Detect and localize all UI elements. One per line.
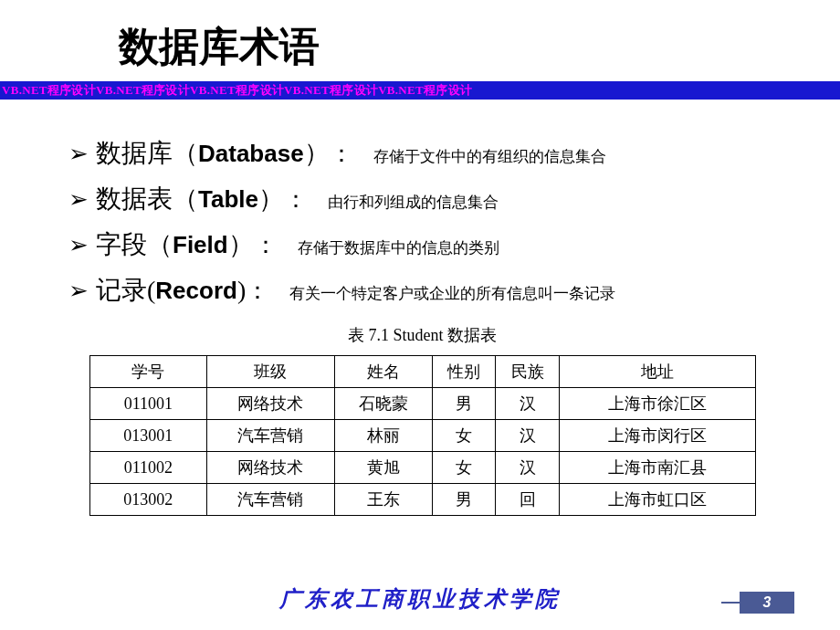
header-id: 学号 bbox=[89, 356, 207, 388]
bullet-field: ➢ 字段（Field）： 存储于数据库中的信息的类别 bbox=[68, 227, 776, 262]
cell-id: 013001 bbox=[89, 420, 207, 452]
header-name: 姓名 bbox=[334, 356, 432, 388]
term-desc: 存储于数据库中的信息的类别 bbox=[298, 239, 499, 257]
paren-open: （ bbox=[147, 230, 173, 258]
content-area: ➢ 数据库（Database）： 存储于文件中的有组织的信息集合 ➢ 数据表（T… bbox=[0, 100, 840, 516]
banner-text: VB.NET程序设计VB.NET程序设计VB.NET程序设计VB.NET程序设计… bbox=[0, 82, 472, 99]
cell-ethnic: 汉 bbox=[496, 420, 560, 452]
table-header-row: 学号 班级 姓名 性别 民族 地址 bbox=[89, 356, 755, 388]
term-cn: 数据表 bbox=[96, 184, 173, 213]
bullet-table: ➢ 数据表（Table）： 由行和列组成的信息集合 bbox=[68, 182, 776, 216]
slide-title: 数据库术语 bbox=[0, 0, 840, 74]
cell-name: 石晓蒙 bbox=[334, 388, 432, 420]
cell-id: 011002 bbox=[89, 452, 207, 484]
cell-ethnic: 汉 bbox=[496, 388, 560, 420]
paren-open: （ bbox=[173, 139, 198, 167]
term-en: Field bbox=[173, 231, 228, 258]
cell-name: 黄旭 bbox=[334, 452, 432, 484]
header-class: 班级 bbox=[207, 356, 334, 388]
cell-addr: 上海市南汇县 bbox=[560, 452, 755, 484]
term-desc: 有关一个特定客户或企业的所有信息叫一条记录 bbox=[289, 285, 615, 302]
term-en: Table bbox=[198, 185, 258, 213]
term-en: Database bbox=[198, 140, 304, 167]
table-row: 011002 网络技术 黄旭 女 汉 上海市南汇县 bbox=[89, 452, 755, 484]
term-cn: 字段 bbox=[96, 230, 147, 258]
term-cn: 数据库 bbox=[96, 139, 173, 167]
footer: 广东农工商职业技术学院 3 bbox=[0, 584, 840, 614]
bullet-arrow-icon: ➢ bbox=[68, 185, 89, 214]
term-cn: 记录 bbox=[96, 276, 147, 304]
term-colon: ： bbox=[330, 141, 353, 167]
cell-gender: 男 bbox=[432, 388, 496, 420]
term-colon: ： bbox=[246, 278, 269, 304]
cell-name: 王东 bbox=[334, 484, 432, 516]
cell-ethnic: 汉 bbox=[496, 452, 560, 484]
cell-addr: 上海市虹口区 bbox=[560, 484, 755, 516]
cell-gender: 女 bbox=[432, 452, 496, 484]
bullet-record: ➢ 记录(Record)： 有关一个特定客户或企业的所有信息叫一条记录 bbox=[68, 273, 776, 308]
header-gender: 性别 bbox=[432, 356, 496, 388]
page-number-box: 3 bbox=[740, 592, 794, 614]
bullet-arrow-icon: ➢ bbox=[68, 277, 89, 305]
header-addr: 地址 bbox=[560, 356, 755, 388]
cell-class: 汽车营销 bbox=[207, 420, 334, 452]
cell-class: 网络技术 bbox=[207, 452, 334, 484]
bullet-arrow-icon: ➢ bbox=[68, 231, 89, 259]
term-en: Record bbox=[155, 277, 237, 304]
term-desc: 存储于文件中的有组织的信息集合 bbox=[373, 148, 606, 165]
table-row: 013002 汽车营销 王东 男 回 上海市虹口区 bbox=[89, 484, 755, 516]
cell-name: 林丽 bbox=[334, 420, 432, 452]
cell-class: 汽车营销 bbox=[207, 484, 334, 516]
term-colon: ： bbox=[254, 232, 278, 258]
cell-gender: 男 bbox=[432, 484, 496, 516]
page-number: 3 bbox=[763, 594, 772, 611]
footer-line bbox=[721, 602, 740, 604]
term-colon: ： bbox=[284, 186, 308, 213]
paren-open: ( bbox=[147, 276, 155, 304]
paren-close: ） bbox=[228, 230, 254, 258]
banner-bar: VB.NET程序设计VB.NET程序设计VB.NET程序设计VB.NET程序设计… bbox=[0, 81, 840, 100]
paren-close: ） bbox=[258, 184, 284, 213]
institution-name: 广东农工商职业技术学院 bbox=[0, 584, 840, 614]
paren-close: ) bbox=[237, 276, 246, 304]
cell-id: 013002 bbox=[89, 484, 207, 516]
header-ethnic: 民族 bbox=[496, 356, 560, 388]
cell-ethnic: 回 bbox=[496, 484, 560, 516]
table-caption: 表 7.1 Student 数据表 bbox=[68, 324, 776, 346]
paren-open: （ bbox=[173, 184, 198, 213]
cell-addr: 上海市闵行区 bbox=[560, 420, 755, 452]
term-desc: 由行和列组成的信息集合 bbox=[328, 194, 499, 211]
bullet-database: ➢ 数据库（Database）： 存储于文件中的有组织的信息集合 bbox=[68, 136, 776, 171]
bullet-arrow-icon: ➢ bbox=[68, 140, 89, 168]
student-table: 学号 班级 姓名 性别 民族 地址 011001 网络技术 石晓蒙 男 汉 上海… bbox=[89, 355, 756, 516]
table-section: 表 7.1 Student 数据表 学号 班级 姓名 性别 民族 地址 0110… bbox=[68, 324, 776, 516]
table-row: 013001 汽车营销 林丽 女 汉 上海市闵行区 bbox=[89, 420, 755, 452]
table-row: 011001 网络技术 石晓蒙 男 汉 上海市徐汇区 bbox=[89, 388, 755, 420]
cell-id: 011001 bbox=[89, 388, 207, 420]
cell-gender: 女 bbox=[432, 420, 496, 452]
cell-class: 网络技术 bbox=[207, 388, 334, 420]
paren-close: ） bbox=[304, 139, 330, 167]
cell-addr: 上海市徐汇区 bbox=[560, 388, 755, 420]
